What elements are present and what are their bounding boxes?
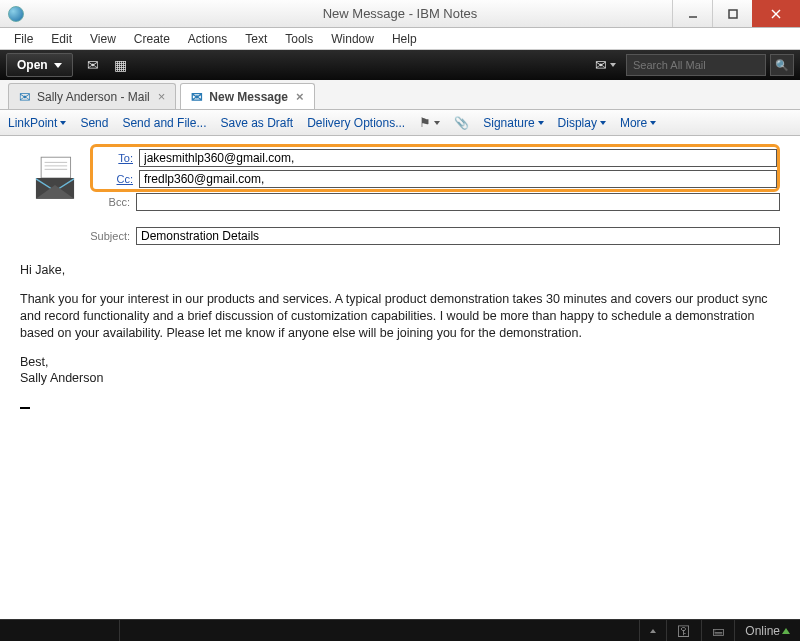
flag-icon [419,115,431,130]
mail-icon[interactable] [81,53,105,77]
main-toolbar: Open [0,50,800,80]
menubar: File Edit View Create Actions Text Tools… [0,28,800,50]
compose-actionbar: LinkPoint Send Send and File... Save as … [0,110,800,136]
cc-field[interactable] [139,170,777,188]
replication-status-icon[interactable] [701,620,734,641]
text-cursor [20,407,30,409]
display-menu[interactable]: Display [558,116,606,130]
online-label: Online [745,624,780,638]
compose-header: To: Cc: Bcc: Subject: [0,136,800,246]
tab-close-icon[interactable]: × [296,89,304,104]
mail-dropdown-icon[interactable] [595,57,616,73]
bcc-field[interactable] [136,193,780,211]
caret-down-icon [54,63,62,68]
tab-label: New Message [209,90,288,104]
tab-mailbox[interactable]: Sally Anderson - Mail × [8,83,176,109]
open-button-label: Open [17,58,48,72]
subject-field[interactable] [136,227,780,245]
signature-menu[interactable]: Signature [483,116,543,130]
to-label[interactable]: To: [93,152,139,164]
body-paragraph: Thank you for your interest in our produ… [20,291,780,342]
menu-help[interactable]: Help [384,30,425,48]
menu-edit[interactable]: Edit [43,30,80,48]
svg-rect-4 [41,157,70,178]
cc-label[interactable]: Cc: [93,173,139,185]
status-caret-icon[interactable] [650,629,656,633]
linkpoint-button[interactable]: LinkPoint [8,116,66,130]
search-icon [775,58,789,72]
save-as-draft-button[interactable]: Save as Draft [220,116,293,130]
message-body[interactable]: Hi Jake, Thank you for your interest in … [0,246,800,432]
body-signoff: Best, [20,355,49,369]
menu-create[interactable]: Create [126,30,178,48]
compose-envelope-icon [20,144,90,246]
window-title: New Message - IBM Notes [0,6,800,21]
tab-new-message[interactable]: New Message × [180,83,314,109]
menu-actions[interactable]: Actions [180,30,235,48]
bcc-label: Bcc: [90,196,136,208]
send-and-file-button[interactable]: Send and File... [122,116,206,130]
subject-label: Subject: [90,230,136,242]
search-input[interactable] [626,54,766,76]
more-menu[interactable]: More [620,116,656,130]
send-button[interactable]: Send [80,116,108,130]
menu-text[interactable]: Text [237,30,275,48]
mail-tab-icon [191,89,203,105]
delivery-options-button[interactable]: Delivery Options... [307,116,405,130]
tab-close-icon[interactable]: × [158,89,166,104]
security-status-icon[interactable] [666,620,701,641]
menu-file[interactable]: File [6,30,41,48]
menu-view[interactable]: View [82,30,124,48]
body-signature: Sally Anderson [20,371,103,385]
online-status[interactable]: Online [734,620,800,641]
tab-label: Sally Anderson - Mail [37,90,150,104]
window-titlebar: New Message - IBM Notes [0,0,800,28]
menu-tools[interactable]: Tools [277,30,321,48]
recipients-highlight: To: Cc: [90,144,780,192]
statusbar: Online [0,619,800,641]
menu-window[interactable]: Window [323,30,382,48]
document-tabs: Sally Anderson - Mail × New Message × [0,80,800,110]
search-button[interactable] [770,54,794,76]
open-button[interactable]: Open [6,53,73,77]
online-indicator-icon [782,628,790,634]
calendar-icon[interactable] [109,53,133,77]
mail-tab-icon [19,89,31,105]
to-field[interactable] [139,149,777,167]
body-greeting: Hi Jake, [20,262,780,279]
flag-menu[interactable] [419,115,440,130]
attachment-button[interactable] [454,116,469,130]
